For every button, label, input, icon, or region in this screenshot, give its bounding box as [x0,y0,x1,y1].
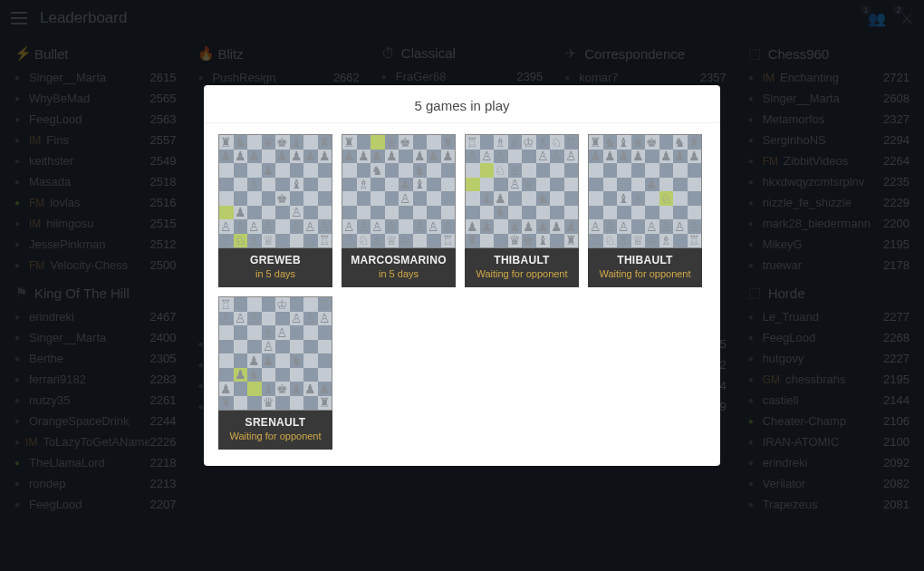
game-status: Waiting for opponent [468,268,575,280]
game-card[interactable]: ♖♔♖♙♙♙♙♙♙♗♙♘♙♟♟♞♟♞♟♝♚♟♟♟♜♛♜SRENAULTWaiti… [218,296,332,450]
chess-board: ♜♛♚♜♟♟♟♟♟♟♟♞♞♗♟♝♙♙♙♙♙♙♙♙♖♘♗♕♔♖ [342,134,456,248]
game-opponent: GREWEB [222,254,329,266]
game-opponent: THIBAULT [592,254,698,266]
chess-board: ♜♞♛♚♝♜♟♟♟♟♟♟♟♟♗♝♚♟♙♙♙♙♙♙♙♙♖♘♗♕♘♖ [218,134,332,248]
game-status: in 5 days [222,268,329,280]
game-status: in 5 days [345,268,452,280]
game-card[interactable]: ♖♗♕♔♗♘♖♙♙♙♙♙♙♘♙♙♕♝♟♞♞♟♟♟♟♟♟♟♜♛♚♝♜THIBAUL… [465,134,579,287]
chess-board: ♖♔♖♙♙♙♙♙♙♗♙♘♙♟♟♞♟♞♟♝♚♟♟♟♜♛♜ [218,296,332,411]
game-card[interactable]: ♜♞♛♚♝♜♟♟♟♟♟♟♟♟♗♝♚♟♙♙♙♙♙♙♙♙♖♘♗♕♘♖GREWEBin… [218,134,332,287]
game-card[interactable]: ♜♛♚♜♟♟♟♟♟♟♟♞♞♗♟♝♙♙♙♙♙♙♙♙♖♘♗♕♔♖MARCOSMARI… [342,134,456,287]
modal-overlay[interactable]: 5 games in play ♜♞♛♚♝♜♟♟♟♟♟♟♟♟♗♝♚♟♙♙♙♙♙♙… [0,0,924,571]
modal-title: 5 games in play [204,85,720,123]
game-status: Waiting for opponent [592,268,698,280]
chess-board: ♖♗♕♔♗♘♖♙♙♙♙♙♙♘♙♙♕♝♟♞♞♟♟♟♟♟♟♟♜♛♚♝♜ [465,134,579,248]
game-opponent: MARCOSMARINO [345,254,452,266]
game-status: Waiting for opponent [222,431,329,442]
game-card[interactable]: ♜♞♝♛♚♞♜♟♟♟♟♟♟♟♟♝♙♘♙♙♙♙♙♙♙♖♘♗♕♔♗♖THIBAULT… [588,134,702,287]
games-modal: 5 games in play ♜♞♛♚♝♜♟♟♟♟♟♟♟♟♗♝♚♟♙♙♙♙♙♙… [204,85,720,466]
chess-board: ♜♞♝♛♚♞♜♟♟♟♟♟♟♟♟♝♙♘♙♙♙♙♙♙♙♖♘♗♕♔♗♖ [588,134,702,248]
game-opponent: SRENAULT [222,416,329,429]
game-opponent: THIBAULT [468,254,575,266]
